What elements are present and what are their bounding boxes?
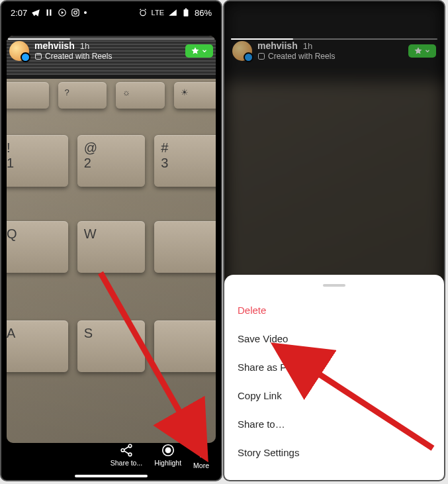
menu-share-to[interactable]: Share to… [238, 410, 431, 438]
svg-rect-6 [185, 9, 187, 10]
username-label[interactable]: mehviish [34, 41, 75, 51]
created-with-label: Created with Reels [257, 52, 335, 61]
reels-icon [34, 52, 42, 60]
network-label: LTE [152, 9, 164, 17]
star-icon [191, 46, 200, 56]
status-bar: 2:07 LTE 86% [1, 1, 221, 24]
svg-rect-7 [36, 54, 42, 60]
signal-icon [168, 8, 177, 17]
battery-text: 86% [195, 8, 212, 18]
sheet-grabber[interactable] [323, 284, 345, 287]
chevron-down-icon [201, 48, 208, 54]
star-icon [414, 46, 423, 56]
gesture-bar [75, 475, 148, 477]
highlight-button[interactable]: Highlight [154, 443, 181, 469]
svg-rect-5 [183, 9, 188, 16]
avatar[interactable] [9, 41, 29, 61]
chevron-down-icon [424, 48, 431, 54]
created-with-label[interactable]: Created with Reels [34, 52, 112, 61]
share-to-button[interactable]: Share to... [111, 443, 142, 469]
bottom-actions-bar: Share to... Highlight More [1, 443, 221, 469]
menu-share-as-post[interactable]: Share as Post… [238, 353, 431, 381]
right-phone: mehviish 1h Created with Reels Delete Sa… [223, 0, 445, 481]
story-header: mehviish 1h Created with Reels [1, 41, 221, 61]
svg-point-2 [74, 11, 77, 15]
svg-point-4 [140, 11, 146, 16]
menu-copy-link[interactable]: Copy Link [238, 381, 431, 410]
pause-icon [44, 8, 54, 17]
telegram-icon [31, 8, 40, 17]
alarm-icon [138, 8, 148, 17]
reels-icon [257, 52, 265, 60]
more-button[interactable]: More [193, 443, 209, 469]
story-header: mehviish 1h Created with Reels [224, 41, 444, 61]
close-friends-badge [408, 44, 436, 58]
more-menu-sheet: Delete Save Video Share as Post… Copy Li… [224, 275, 444, 480]
close-friends-badge[interactable] [185, 44, 213, 58]
clock-text: 2:07 [11, 8, 27, 18]
highlight-icon [161, 443, 175, 458]
overflow-dot-icon [84, 11, 87, 14]
left-phone: 2:07 LTE 86% ?☼☀ !1@2#3 QW AS meh [0, 0, 222, 481]
share-icon [119, 443, 134, 458]
story-image: ?☼☀ !1@2#3 QW AS [7, 36, 216, 443]
svg-point-12 [165, 448, 170, 452]
menu-story-settings[interactable]: Story Settings [238, 438, 431, 467]
more-icon [200, 443, 202, 460]
story-content[interactable]: ?☼☀ !1@2#3 QW AS [7, 36, 216, 443]
menu-delete[interactable]: Delete [238, 296, 431, 324]
time-ago-label: 1h [303, 42, 312, 51]
instagram-icon [71, 8, 80, 17]
time-ago-label: 1h [80, 42, 89, 51]
menu-save-video[interactable]: Save Video [238, 324, 431, 353]
battery-icon [181, 8, 191, 17]
story-progress [8, 38, 214, 40]
svg-rect-13 [259, 54, 265, 60]
username-label: mehviish [257, 41, 298, 51]
svg-point-3 [77, 10, 79, 11]
story-progress [231, 38, 437, 40]
circle-arrow-icon [58, 8, 67, 17]
avatar [232, 41, 252, 61]
